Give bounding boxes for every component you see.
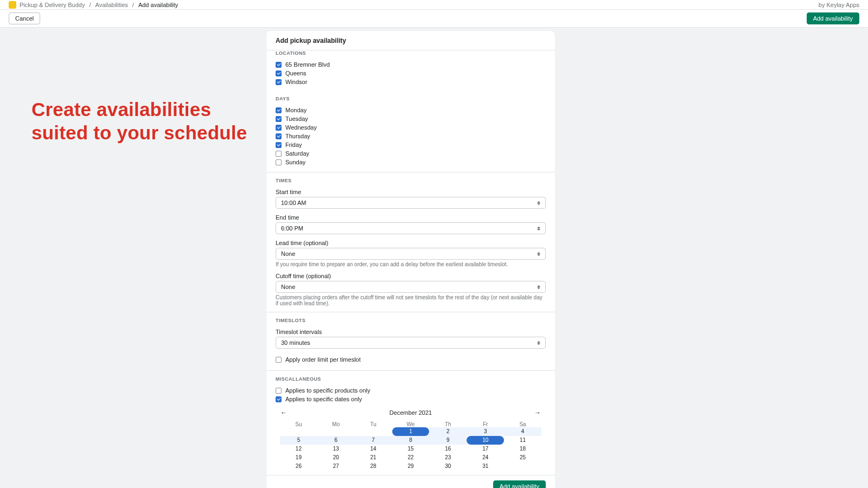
day-label: Tuesday — [285, 115, 308, 122]
calendar-day[interactable]: 24 — [467, 453, 504, 462]
location-label: Windsor — [285, 79, 307, 85]
lead-time-label: Lead time (optional) — [276, 240, 546, 246]
lead-time-select[interactable]: None — [276, 248, 546, 260]
calendar-day — [355, 427, 392, 436]
end-time-value: 6:00 PM — [281, 225, 303, 232]
day-label: Saturday — [285, 150, 309, 157]
day-label: Thursday — [285, 133, 310, 139]
calendar-dow: Tu — [355, 421, 392, 427]
card-title: Add pickup availability — [276, 37, 546, 44]
arrow-right-icon: → — [534, 409, 541, 416]
calendar-day — [280, 427, 317, 436]
specific-products-checkbox[interactable] — [276, 388, 282, 394]
timeslots-heading: TIMESLOTS — [276, 318, 546, 323]
day-checkbox[interactable] — [276, 125, 282, 131]
calendar-day[interactable]: 27 — [317, 462, 355, 471]
misc-heading: MISCALLANEOUS — [276, 376, 546, 382]
cancel-button[interactable]: Cancel — [9, 12, 40, 24]
calendar-day[interactable]: 2 — [429, 427, 467, 436]
calendar-day[interactable]: 3 — [467, 427, 504, 436]
calendar-day[interactable]: 25 — [504, 453, 541, 462]
cutoff-time-label: Cutoff time (optional) — [276, 273, 546, 279]
calendar-next-button[interactable]: → — [533, 408, 542, 418]
calendar-day[interactable]: 16 — [429, 445, 467, 453]
day-checkbox[interactable] — [276, 133, 282, 139]
calendar-day[interactable]: 19 — [280, 453, 317, 462]
calendar-dow: Su — [280, 421, 317, 427]
calendar-day[interactable]: 26 — [280, 462, 317, 471]
day-checkbox[interactable] — [276, 142, 282, 148]
crumb-sep-2: / — [132, 2, 134, 8]
location-checkbox[interactable] — [276, 70, 282, 76]
cutoff-time-value: None — [281, 284, 295, 290]
calendar-day[interactable]: 23 — [429, 453, 467, 462]
end-time-select[interactable]: 6:00 PM — [276, 222, 546, 234]
calendar-day[interactable]: 29 — [392, 462, 430, 471]
interval-select[interactable]: 30 minutes — [276, 337, 546, 349]
end-time-label: End time — [276, 214, 546, 221]
calendar-dow: Sa — [504, 421, 541, 427]
location-label: Queens — [285, 70, 307, 76]
calendar-day[interactable]: 10 — [467, 436, 504, 445]
action-bar: Cancel Add availability — [0, 10, 868, 28]
order-limit-checkbox[interactable] — [276, 357, 282, 363]
calendar-dow: Mo — [317, 421, 355, 427]
calendar-day[interactable]: 7 — [355, 436, 392, 445]
calendar-day[interactable]: 11 — [504, 436, 541, 445]
locations-heading: LOCATIONS — [276, 50, 546, 56]
calendar-day[interactable]: 12 — [280, 445, 317, 453]
calendar-day — [504, 462, 541, 471]
day-checkbox[interactable] — [276, 116, 282, 122]
calendar-day[interactable]: 9 — [429, 436, 467, 445]
location-checkbox[interactable] — [276, 79, 282, 85]
calendar-day[interactable]: 22 — [392, 453, 430, 462]
calendar-dow: Fr — [467, 421, 504, 427]
day-label: Monday — [285, 107, 307, 113]
calendar-day[interactable]: 6 — [317, 436, 355, 445]
arrow-left-icon: ← — [280, 409, 287, 416]
calendar-day[interactable]: 14 — [355, 445, 392, 453]
add-availability-button-top[interactable]: Add availability — [807, 12, 859, 24]
calendar-day[interactable]: 21 — [355, 453, 392, 462]
calendar-day — [317, 427, 355, 436]
availability-card: Add pickup availability LOCATIONS 65 Bre… — [266, 31, 555, 488]
specific-products-label: Applies to specific products only — [285, 387, 371, 394]
specific-dates-checkbox[interactable] — [276, 396, 282, 402]
calendar-day[interactable]: 15 — [392, 445, 430, 453]
day-label: Friday — [285, 142, 302, 148]
day-checkbox[interactable] — [276, 151, 282, 157]
calendar-day[interactable]: 13 — [317, 445, 355, 453]
specific-dates-label: Applies to specific dates only — [285, 396, 362, 402]
day-checkbox[interactable] — [276, 107, 282, 113]
order-limit-label: Apply order limit per timeslot — [285, 356, 361, 363]
crumb-current: Add availability — [138, 2, 178, 8]
cutoff-time-select[interactable]: None — [276, 281, 546, 293]
start-time-select[interactable]: 10:00 AM — [276, 197, 546, 209]
chevron-updown-icon — [537, 227, 540, 230]
calendar-day[interactable]: 18 — [504, 445, 541, 453]
calendar-day[interactable]: 31 — [467, 462, 504, 471]
calendar-day[interactable]: 20 — [317, 453, 355, 462]
calendar-month: December 2021 — [390, 409, 432, 416]
calendar-day[interactable]: 1 — [392, 427, 430, 436]
crumb-sep-1: / — [89, 2, 91, 8]
crumb-app[interactable]: Pickup & Delivery Buddy — [20, 2, 85, 8]
calendar-day[interactable]: 30 — [429, 462, 467, 471]
calendar-prev-button[interactable]: ← — [279, 408, 289, 418]
interval-label: Timeslot intervals — [276, 329, 546, 335]
chevron-updown-icon — [537, 201, 540, 205]
day-label: Sunday — [285, 159, 305, 165]
calendar-day[interactable]: 5 — [280, 436, 317, 445]
hero-line2: suited to your schedule — [31, 122, 247, 143]
chevron-updown-icon — [537, 285, 540, 289]
calendar-day[interactable]: 17 — [467, 445, 504, 453]
cutoff-time-help: Customers placing orders after the cutof… — [276, 294, 546, 306]
add-availability-button-bottom[interactable]: Add availability — [493, 480, 546, 488]
crumb-mid[interactable]: Availabilities — [95, 2, 128, 8]
calendar-day[interactable]: 8 — [392, 436, 430, 445]
day-checkbox[interactable] — [276, 159, 282, 165]
calendar-day[interactable]: 4 — [504, 427, 541, 436]
calendar-day[interactable]: 28 — [355, 462, 392, 471]
location-checkbox[interactable] — [276, 62, 282, 68]
app-icon — [9, 1, 16, 9]
